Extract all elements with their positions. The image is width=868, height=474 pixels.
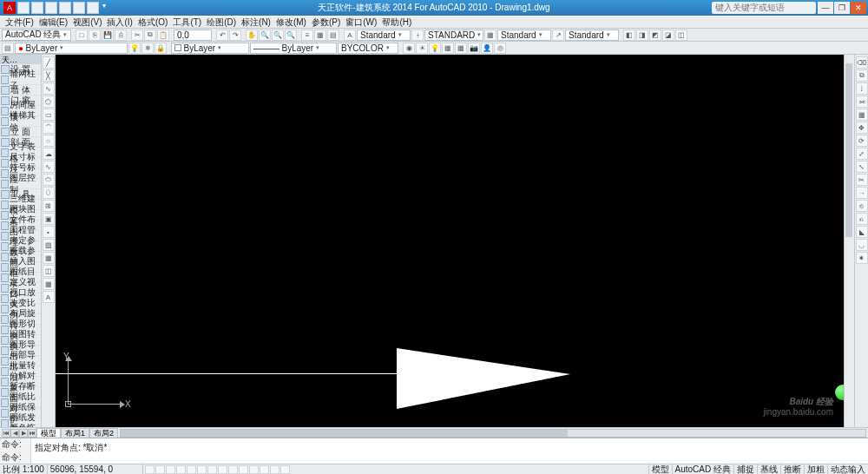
ducs-toggle-icon[interactable] xyxy=(207,465,217,474)
erase-icon[interactable]: ⌫ xyxy=(856,56,868,69)
misc-toggle-icon[interactable] xyxy=(260,465,269,474)
rotate-icon[interactable]: ⟳ xyxy=(856,135,868,147)
tab-nav-prev-icon[interactable]: ◀ xyxy=(10,429,19,438)
break-icon[interactable]: ⎋ xyxy=(856,200,868,212)
move-icon[interactable]: ✥ xyxy=(856,122,868,134)
trim-icon[interactable]: ✂ xyxy=(856,174,868,186)
stretch-icon[interactable]: ⤡ xyxy=(856,161,868,173)
fillet-icon[interactable]: ◡ xyxy=(856,239,868,251)
tab-nav-next-icon[interactable]: ▶ xyxy=(19,429,28,438)
spline-icon[interactable]: ∿ xyxy=(43,161,55,173)
render-final-icon[interactable]: ◎ xyxy=(494,43,506,54)
textstyle-select[interactable]: Standard▾ xyxy=(357,30,411,41)
print-icon[interactable]: ⎙ xyxy=(115,30,127,41)
polyline-icon[interactable]: ∿ xyxy=(43,82,55,95)
insert-icon[interactable]: ⊞ xyxy=(43,200,55,212)
copy-obj-icon[interactable]: ⧉ xyxy=(856,69,868,82)
color-select[interactable]: ByLayer▾ xyxy=(171,43,249,54)
qp-toggle-icon[interactable] xyxy=(239,465,248,474)
design-center-icon[interactable]: ▦ xyxy=(314,30,326,41)
coord-input[interactable]: 0,0 xyxy=(174,30,212,41)
ortho-toggle-icon[interactable] xyxy=(166,465,175,474)
tool-palette-icon[interactable]: ▤ xyxy=(327,30,339,41)
tab-nav-last-icon[interactable]: ⏭ xyxy=(28,429,36,438)
region-icon[interactable]: ◫ xyxy=(43,265,55,277)
paste-icon[interactable]: 📋 xyxy=(157,30,169,41)
polar-toggle-icon[interactable] xyxy=(176,465,186,474)
snap-toggle-icon[interactable] xyxy=(145,465,155,474)
text-style-icon[interactable]: A xyxy=(344,30,356,41)
mleader-style-icon[interactable]: ↗ xyxy=(552,30,564,41)
menu-insert[interactable]: 插入(I) xyxy=(105,16,134,29)
misc-tool-icon[interactable]: ◩ xyxy=(649,30,661,41)
menu-param[interactable]: 参数(P) xyxy=(310,16,342,29)
status-base-button[interactable]: 基线 xyxy=(757,464,780,474)
undo-icon[interactable]: ↶ xyxy=(216,30,228,41)
block-icon[interactable]: ▣ xyxy=(43,213,55,225)
arc-icon[interactable]: ⌒ xyxy=(43,122,55,134)
tab-model[interactable]: 模型 xyxy=(36,428,61,438)
mirror-icon[interactable]: ⧘ xyxy=(856,82,868,95)
qat-icon[interactable] xyxy=(45,2,57,14)
linetype-select[interactable]: ——— ByLayer▾ xyxy=(250,43,337,54)
tab-layout1[interactable]: 布局1 xyxy=(61,428,89,438)
menu-edit[interactable]: 编辑(E) xyxy=(37,16,69,29)
menu-modify[interactable]: 修改(M) xyxy=(274,16,308,29)
circle-icon[interactable]: ○ xyxy=(43,135,55,147)
hatch-icon[interactable]: ▨ xyxy=(43,239,55,251)
material-icon[interactable]: ▦ xyxy=(442,43,454,54)
tab-layout2[interactable]: 布局2 xyxy=(89,428,118,438)
menu-file[interactable]: 文件(F) xyxy=(3,16,36,29)
qat-icon[interactable] xyxy=(73,2,85,14)
misc-tool-icon[interactable]: ◪ xyxy=(662,30,674,41)
layer-freeze-icon[interactable]: ❄ xyxy=(141,43,154,54)
point-icon[interactable]: • xyxy=(43,226,55,238)
workspace-select[interactable]: AutoCAD 经典▾ xyxy=(2,30,71,41)
lwt-toggle-icon[interactable] xyxy=(228,465,238,474)
layer-lock-icon[interactable]: 🔒 xyxy=(155,43,167,54)
properties-icon[interactable]: ≡ xyxy=(301,30,313,41)
pan-icon[interactable]: ✋ xyxy=(246,30,258,41)
render-icon[interactable]: ◉ xyxy=(403,43,415,54)
revcloud-icon[interactable]: ☁ xyxy=(43,148,55,160)
navigation-ball-icon[interactable] xyxy=(835,385,844,400)
status-scale[interactable]: 比例 1:100 xyxy=(0,464,48,474)
tablestyle-select[interactable]: Standard▾ xyxy=(497,30,551,41)
horizontal-scrollbar[interactable] xyxy=(120,429,866,438)
ellipse-icon[interactable]: ⬭ xyxy=(43,174,55,186)
light-icon[interactable]: ☀ xyxy=(416,43,428,54)
new-icon[interactable]: □ xyxy=(76,30,88,41)
table-style-icon[interactable]: ▦ xyxy=(484,30,496,41)
vertical-scrollbar[interactable] xyxy=(844,55,854,427)
zoom-prev-icon[interactable]: 🔍 xyxy=(285,30,297,41)
maximize-button[interactable]: ❐ xyxy=(834,2,850,14)
walk-icon[interactable]: 👤 xyxy=(481,43,493,54)
misc-tool-icon[interactable]: ◫ xyxy=(675,30,687,41)
qat-dropdown-icon[interactable]: ▾ xyxy=(101,2,108,14)
sc-toggle-icon[interactable] xyxy=(249,465,259,474)
grid-toggle-icon[interactable] xyxy=(155,465,165,474)
mlstyle-select[interactable]: Standard▾ xyxy=(565,30,619,41)
menu-draw[interactable]: 绘图(D) xyxy=(205,16,238,29)
dyn-toggle-icon[interactable] xyxy=(218,465,227,474)
misc-tool-icon[interactable]: ◨ xyxy=(636,30,648,41)
qat-icon[interactable] xyxy=(59,2,71,14)
dimstyle-select[interactable]: STANDARD▾ xyxy=(424,30,483,41)
gradient-icon[interactable]: ▦ xyxy=(43,252,55,264)
otrack-toggle-icon[interactable] xyxy=(197,465,207,474)
status-model-button[interactable]: 模型 xyxy=(648,464,672,474)
explode-icon[interactable]: ✷ xyxy=(856,252,868,264)
xline-icon[interactable]: ╳ xyxy=(43,69,55,82)
polygon-icon[interactable]: ⬠ xyxy=(43,95,55,108)
menu-dimension[interactable]: 标注(N) xyxy=(240,16,273,29)
status-snap-button[interactable]: 捕捉 xyxy=(733,464,757,474)
ellipse-arc-icon[interactable]: ⬯ xyxy=(43,187,55,199)
scale-icon[interactable]: ⤢ xyxy=(856,148,868,160)
status-infer-button[interactable]: 推断 xyxy=(780,464,804,474)
status-dyn-button[interactable]: 动态输入 xyxy=(827,464,868,474)
light-icon[interactable]: 💡 xyxy=(429,43,441,54)
menu-window[interactable]: 窗口(W) xyxy=(344,16,378,29)
mtext-icon[interactable]: A xyxy=(43,291,55,303)
command-window[interactable]: 命令: 命令: 指定对角点: *取消* xyxy=(0,438,868,464)
dim-style-icon[interactable]: ⟊ xyxy=(411,30,424,41)
